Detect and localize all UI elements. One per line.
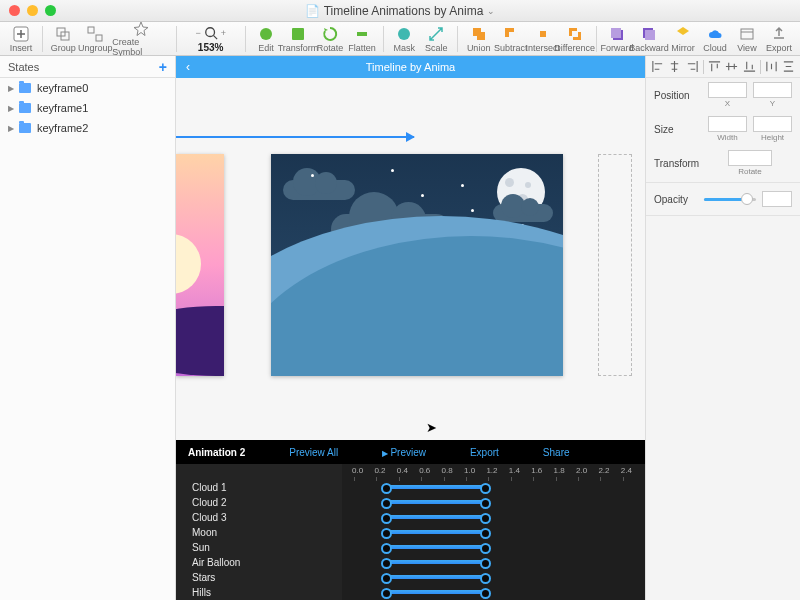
rotate-button[interactable]: Rotate [315,23,345,55]
keyframe-start-handle[interactable] [381,528,392,539]
artboard-keyframe-day[interactable] [176,154,224,376]
keyframe-end-handle[interactable] [480,498,491,509]
rotate-input[interactable] [728,150,772,166]
add-state-button[interactable]: + [159,59,167,75]
position-x-input[interactable] [708,82,747,98]
keyframe-start-handle[interactable] [381,588,392,599]
distribute-h-button[interactable] [764,60,779,74]
layer-row[interactable]: ▶keyframe1 [0,98,175,118]
animation-name[interactable]: Animation 2 [188,447,245,458]
disclosure-triangle-icon[interactable]: ▶ [8,84,14,93]
keyframe-end-handle[interactable] [480,558,491,569]
edit-button[interactable]: Edit [251,23,281,55]
timeline-layer-row[interactable]: Cloud 3 [176,510,342,525]
backward-button[interactable]: Backward [634,23,664,55]
view-button[interactable]: View [732,23,762,55]
keyframe-start-handle[interactable] [381,558,392,569]
layer-row[interactable]: ▶keyframe2 [0,118,175,138]
preview-all-button[interactable]: Preview All [289,447,338,458]
create-symbol-button[interactable]: Create Symbol [112,23,170,55]
keyframe-start-handle[interactable] [381,483,392,494]
window-title[interactable]: 📄Timeline Animations by Anima⌄ [305,4,496,18]
keyframe-end-handle[interactable] [480,483,491,494]
timeline-tracks[interactable]: 0.00.20.40.60.81.01.21.41.61.82.02.22.4 [342,464,645,600]
timeline-track[interactable] [352,510,645,525]
svg-rect-17 [741,29,753,39]
align-top-button[interactable] [707,60,722,74]
timeline-clip[interactable] [386,560,487,564]
timeline-ruler[interactable]: 0.00.20.40.60.81.01.21.41.61.82.02.22.4 [352,466,645,480]
timeline-track[interactable] [352,525,645,540]
artboard-placeholder[interactable] [598,154,632,376]
intersect-button[interactable]: Intersect [528,23,558,55]
keyframe-end-handle[interactable] [480,573,491,584]
artboard-keyframe-night[interactable] [271,154,563,376]
window-maximize-button[interactable] [45,5,56,16]
opacity-input[interactable] [762,191,792,207]
opacity-slider[interactable] [704,198,756,201]
flatten-button[interactable]: Flatten [347,23,377,55]
align-left-button[interactable] [650,60,665,74]
subtract-button[interactable]: Subtract [496,23,526,55]
keyframe-end-handle[interactable] [480,588,491,599]
mirror-button[interactable]: Mirror [668,23,698,55]
keyframe-end-handle[interactable] [480,543,491,554]
timeline-clip[interactable] [386,590,487,594]
timeline-clip[interactable] [386,500,487,504]
keyframe-start-handle[interactable] [381,543,392,554]
keyframe-end-handle[interactable] [480,513,491,524]
keyframe-start-handle[interactable] [381,513,392,524]
export-button[interactable]: Export [764,23,794,55]
timeline-track[interactable] [352,570,645,585]
size-height-input[interactable] [753,116,792,132]
distribute-v-button[interactable] [781,60,796,74]
cloud-button[interactable]: Cloud [700,23,730,55]
timeline-layer-row[interactable]: Cloud 2 [176,495,342,510]
ungroup-button[interactable]: Ungroup [80,23,110,55]
union-button[interactable]: Union [464,23,494,55]
layer-row[interactable]: ▶keyframe0 [0,78,175,98]
disclosure-triangle-icon[interactable]: ▶ [8,104,14,113]
position-y-input[interactable] [753,82,792,98]
timeline-track[interactable] [352,495,645,510]
keyframe-start-handle[interactable] [381,573,392,584]
timeline-layer-row[interactable]: Stars [176,570,342,585]
forward-button[interactable]: Forward [602,23,632,55]
timeline-clip[interactable] [386,545,487,549]
timeline-track[interactable] [352,480,645,495]
timeline-layer-row[interactable]: Cloud 1 [176,480,342,495]
align-bottom-button[interactable] [742,60,757,74]
group-button[interactable]: Group [48,23,78,55]
timeline-layer-row[interactable]: Moon [176,525,342,540]
share-button[interactable]: Share [543,447,570,458]
transform-button[interactable]: Transform [283,23,313,55]
canvas-area[interactable]: ➤ [176,78,645,440]
align-right-button[interactable] [685,60,700,74]
timeline-clip[interactable] [386,485,487,489]
timeline-clip[interactable] [386,530,487,534]
window-minimize-button[interactable] [27,5,38,16]
window-close-button[interactable] [9,5,20,16]
align-center-v-button[interactable] [724,60,739,74]
mask-button[interactable]: Mask [389,23,419,55]
back-button[interactable]: ‹ [186,60,190,74]
timeline-export-button[interactable]: Export [470,447,499,458]
timeline-track[interactable] [352,540,645,555]
keyframe-start-handle[interactable] [381,498,392,509]
size-width-input[interactable] [708,116,747,132]
keyframe-end-handle[interactable] [480,528,491,539]
scale-button[interactable]: Scale [421,23,451,55]
timeline-track[interactable] [352,585,645,600]
timeline-layer-row[interactable]: Hills [176,585,342,600]
difference-button[interactable]: Difference [560,23,590,55]
zoom-control[interactable]: −+ 153% [183,24,239,53]
disclosure-triangle-icon[interactable]: ▶ [8,124,14,133]
timeline-layer-row[interactable]: Sun [176,540,342,555]
timeline-layer-row[interactable]: Air Balloon [176,555,342,570]
timeline-track[interactable] [352,555,645,570]
timeline-clip[interactable] [386,515,487,519]
preview-button[interactable]: Preview [382,447,426,458]
timeline-clip[interactable] [386,575,487,579]
insert-button[interactable]: Insert [6,23,36,55]
align-center-h-button[interactable] [668,60,683,74]
